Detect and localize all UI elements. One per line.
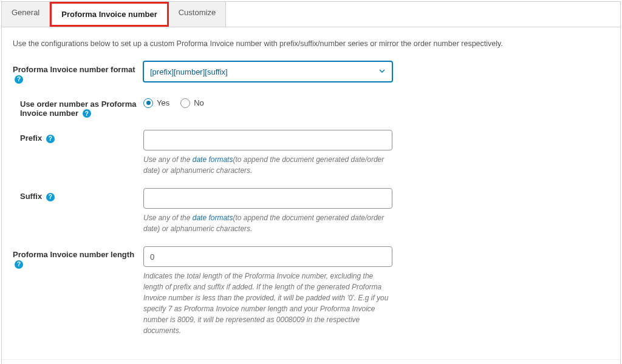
row-format: Proforma Invoice number format ? [prefix… xyxy=(13,61,609,84)
help-icon[interactable]: ? xyxy=(15,75,23,84)
chevron-down-icon xyxy=(378,67,386,76)
radio-no[interactable]: No xyxy=(180,98,204,108)
tabs-bar: General Proforma Invoice number Customiz… xyxy=(2,2,620,27)
radio-yes-label: Yes xyxy=(157,98,169,107)
prefix-input[interactable] xyxy=(143,130,392,150)
help-icon[interactable]: ? xyxy=(83,109,91,118)
tab-customize[interactable]: Customize xyxy=(169,2,226,27)
suffix-input[interactable] xyxy=(143,188,392,209)
use-order-radio-group: Yes No xyxy=(143,96,392,108)
format-select[interactable]: [prefix][number][suffix] xyxy=(143,61,392,82)
content-area: Use the configurations below to set up a… xyxy=(2,27,620,359)
help-icon[interactable]: ? xyxy=(46,135,55,143)
tab-proforma-invoice-number[interactable]: Proforma Invoice number xyxy=(50,2,168,27)
label-format: Proforma Invoice number format ? xyxy=(13,61,143,84)
row-prefix: Prefix ? Use any of the date formats(to … xyxy=(13,130,609,176)
prefix-helper: Use any of the date formats(to append th… xyxy=(143,154,392,176)
radio-no-label: No xyxy=(194,98,204,107)
help-icon[interactable]: ? xyxy=(15,260,23,269)
label-suffix: Suffix ? xyxy=(13,188,143,201)
length-input[interactable] xyxy=(143,246,392,267)
radio-icon-unchecked xyxy=(180,98,190,108)
radio-icon-checked xyxy=(143,98,153,108)
label-prefix: Prefix ? xyxy=(13,130,143,143)
date-formats-link[interactable]: date formats xyxy=(193,214,233,222)
label-use-order: Use order number as Proforma Invoice num… xyxy=(13,96,143,118)
settings-panel: General Proforma Invoice number Customiz… xyxy=(1,1,621,364)
radio-yes[interactable]: Yes xyxy=(143,98,169,108)
row-suffix: Suffix ? Use any of the date formats(to … xyxy=(13,188,609,234)
tab-general[interactable]: General xyxy=(2,2,50,27)
footer: Update xyxy=(2,359,620,364)
suffix-helper: Use any of the date formats(to append th… xyxy=(143,212,392,234)
length-helper: Indicates the total length of the Profor… xyxy=(143,271,392,336)
date-formats-link[interactable]: date formats xyxy=(193,155,233,164)
format-select-value: [prefix][number][suffix] xyxy=(150,67,228,76)
row-length: Proforma Invoice number length ? Indicat… xyxy=(13,246,609,336)
help-icon[interactable]: ? xyxy=(46,193,55,201)
label-length: Proforma Invoice number length ? xyxy=(13,246,143,269)
settings-description: Use the configurations below to set up a… xyxy=(13,39,609,48)
row-use-order: Use order number as Proforma Invoice num… xyxy=(13,96,609,118)
